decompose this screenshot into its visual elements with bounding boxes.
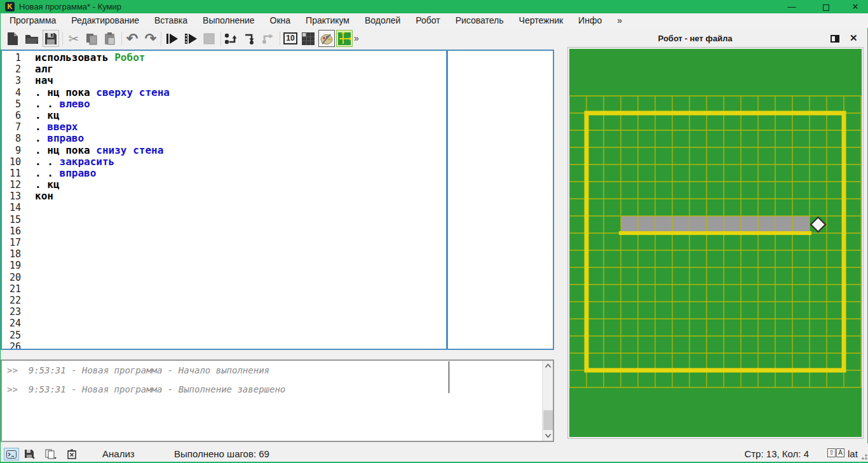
menu-item-11[interactable]: Инфо [571,13,609,28]
open-folder-icon [25,32,39,45]
menu-item-4[interactable]: Выполнение [195,13,262,28]
scroll-down-icon[interactable] [543,431,553,441]
console-messages: >> 9:53:31 - Новая программа - Начало вы… [7,363,285,401]
robot-field-panel[interactable] [568,48,863,438]
new-file-icon [6,32,19,46]
line-number: 5 [2,98,26,110]
resize-grip[interactable] [860,452,867,460]
line-number: 13 [2,191,26,202]
code-line[interactable]: нач [35,75,170,86]
code-text[interactable]: использовать Роботалгнач. нц пока сверху… [35,52,170,202]
code-line[interactable]: . кц [35,179,170,191]
line-number: 15 [2,214,26,225]
painter-window-button[interactable] [318,30,335,47]
scrollbar-thumb[interactable] [543,410,553,430]
toggle-console-button[interactable] [4,448,19,460]
cut-icon: ✂ [69,31,79,46]
redo-button[interactable]: ↷ [142,30,159,47]
minimize-button[interactable]: — [781,0,803,13]
line-number: 25 [2,330,26,341]
line-number: 3 [2,75,26,86]
menu-item-10[interactable]: Чертежник [512,13,571,28]
menu-item-7[interactable]: Водолей [357,13,408,28]
scroll-up-icon[interactable] [543,361,553,371]
step-out-button[interactable] [260,30,276,47]
code-line[interactable]: . вправо [35,133,170,144]
line-number: 26 [2,341,26,350]
toolbar-separator [121,32,122,46]
code-line[interactable]: . кц [35,110,170,121]
code-token: вправо [47,132,84,144]
code-editor[interactable]: 1234567891011121314151617181920212223242… [1,50,554,350]
line-number: 8 [2,133,26,144]
io-console[interactable]: >> 9:53:31 - Новая программа - Начало вы… [1,359,554,442]
robot-field-axes-icon [338,32,351,45]
cut-button[interactable]: ✂ [65,30,82,47]
line-number: 18 [2,248,26,260]
toolbar-overflow-button[interactable]: » [354,33,359,43]
step-out-icon [261,32,275,45]
code-token: . . [35,98,60,110]
code-line[interactable]: . . влево [35,98,170,110]
step-over-button[interactable] [223,30,240,47]
menu-item-5[interactable]: Окна [262,13,299,28]
step-into-button[interactable] [241,30,258,47]
menu-item-8[interactable]: Робот [408,13,447,28]
line-number: 21 [2,283,26,295]
copy-icon [85,32,98,45]
code-line[interactable]: . . вправо [35,168,170,179]
code-line[interactable]: кон [35,191,170,202]
code-token: сверху стена [96,86,170,98]
line-number: 24 [2,318,26,329]
code-line[interactable]: . вверх [35,121,170,133]
code-line[interactable]: алг [35,64,170,75]
close-button[interactable]: ✕ [844,0,866,13]
stop-button[interactable] [201,30,217,47]
code-line[interactable]: использовать Робот [35,52,170,64]
code-token: алг [35,63,53,75]
field-window-button[interactable] [300,30,316,47]
code-token: . [35,132,47,144]
line-number: 4 [2,87,26,98]
copy-console-button[interactable] [43,448,58,460]
menu-item-9[interactable]: Рисователь [448,13,512,28]
keyboard-layout-status: lat [848,448,858,459]
clear-console-button[interactable] [64,448,79,460]
robot-close-icon[interactable]: ✕ [850,32,858,44]
menu-item-2[interactable]: Редактирование [64,13,147,28]
paste-button[interactable] [102,30,118,47]
robot-window-button[interactable] [336,30,353,47]
save-icon [44,32,57,45]
open-file-button[interactable] [24,30,40,47]
code-token: влево [60,98,90,110]
redo-icon: ↷ [145,32,156,45]
stop-icon [203,33,215,44]
save-button[interactable] [43,30,59,47]
line-number: 6 [2,110,26,121]
robot-window-header: Робот - нет файла ✕ [560,29,868,48]
menu-item-3[interactable]: Вставка [147,13,195,28]
run-button[interactable] [164,30,180,47]
new-file-button[interactable] [4,30,21,47]
code-line[interactable]: . . закрасить [35,156,170,168]
code-line[interactable]: . нц пока снизу стена [35,145,170,156]
save-console-button[interactable] [22,448,37,460]
robot-window-title: Робот - нет файла [568,34,822,43]
maximize-button[interactable] [815,0,837,13]
copy-button[interactable] [83,30,100,47]
terminal-icon [6,450,17,459]
undo-button[interactable]: ↶ [124,30,140,47]
menu-item-6[interactable]: Практикум [298,13,357,28]
menu-item-12[interactable]: » [609,13,630,28]
code-token: закрасить [60,156,115,168]
float-window-icon[interactable] [831,35,839,43]
show-values-button[interactable]: 10 [282,30,299,47]
code-token: . [35,178,47,191]
run-step-button[interactable] [182,30,199,47]
code-line[interactable]: . нц пока сверху стена [35,87,170,98]
line-number: 10 [2,156,26,168]
menu-item-1[interactable]: Программа [2,13,64,28]
console-scrollbar[interactable] [542,361,553,441]
code-token: . . [35,156,60,168]
painter-palette-icon [320,33,333,44]
